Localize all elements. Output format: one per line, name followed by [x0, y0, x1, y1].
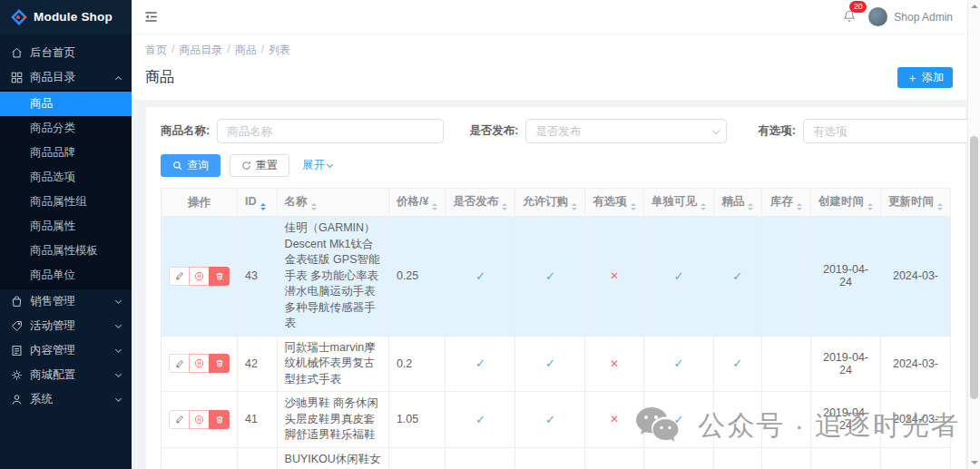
sidebar-item-attribute-templates[interactable]: 商品属性模板: [0, 239, 132, 263]
pencil-icon: [175, 415, 184, 424]
edit-button[interactable]: [169, 410, 190, 429]
sidebar-item-attributes[interactable]: 商品属性: [0, 214, 132, 239]
column-header[interactable]: 库存: [761, 189, 810, 217]
sidebar-item-sales[interactable]: 销售管理: [0, 289, 132, 314]
published-cell: ✓: [446, 217, 515, 337]
sort-icon[interactable]: [701, 203, 706, 210]
check-icon: ✓: [475, 269, 485, 283]
catalog-submenu: 商品 商品分类 商品品牌 商品选项 商品属性组 商品属性 商品属性模板 商品单位: [0, 90, 132, 289]
sidebar-item-product-categories[interactable]: 商品分类: [0, 116, 132, 141]
column-header[interactable]: 是否发布: [446, 189, 515, 217]
table-row[interactable]: 42同款瑞士marvin摩纹机械怀表男复古型挂式手表0.2✓✓✕✓✓2019-0…: [162, 336, 951, 392]
scrollbar-thumb[interactable]: [970, 136, 978, 399]
avatar: [868, 7, 887, 26]
chevron-down-icon: [327, 161, 333, 167]
edit-button[interactable]: [169, 267, 190, 286]
sidebar-item-activities[interactable]: 活动管理: [0, 314, 132, 338]
sort-icon[interactable]: [797, 203, 802, 210]
updated-cell: 2024-03-: [880, 447, 950, 469]
app-logo[interactable]: Module Shop: [0, 0, 132, 34]
sidebar-item-product-brands[interactable]: 商品品牌: [0, 141, 132, 165]
scroll-down-arrow[interactable]: [971, 461, 978, 464]
sidebar-item-product-units[interactable]: 商品单位: [0, 263, 132, 288]
cross-icon: ✕: [610, 269, 619, 282]
id-cell: 40: [238, 447, 278, 469]
sort-icon[interactable]: [311, 203, 317, 210]
collapse-sidebar-button[interactable]: [144, 10, 158, 24]
table-body: 43佳明（GARMIN）Descent Mk1钛合金表链版 GPS智能手表 多功…: [162, 217, 951, 469]
table-row[interactable]: 40BUYIKOU休闲鞋女鞋小白鞋百搭韩版运动鞋女飞织跑鞋女单鞋基础2019新款…: [162, 447, 951, 469]
visible-cell: ✓: [643, 336, 713, 392]
stock-cell: [761, 392, 810, 448]
trash-icon: [215, 271, 224, 281]
top-header: 20 Shop Admin: [132, 0, 980, 34]
sidebar-item-dashboard[interactable]: 后台首页: [0, 41, 132, 65]
has-options-select[interactable]: [803, 119, 980, 143]
column-header[interactable]: 单独可见: [643, 189, 713, 217]
published-cell: ✓: [446, 392, 515, 448]
sort-icon[interactable]: [260, 203, 266, 210]
sidebar-item-content[interactable]: 内容管理: [0, 338, 132, 363]
expand-filters-link[interactable]: 展开: [302, 158, 332, 173]
breadcrumb-catalog[interactable]: 商品目录: [179, 43, 222, 58]
sidebar-item-config[interactable]: 商城配置: [0, 363, 132, 387]
header-right: 20 Shop Admin: [843, 7, 953, 26]
delete-button[interactable]: [209, 354, 230, 373]
sidebar-item-system[interactable]: 系统: [0, 387, 132, 412]
sort-icon[interactable]: [748, 203, 753, 210]
sidebar-item-catalog[interactable]: 商品目录: [0, 65, 132, 90]
id-cell: 43: [238, 217, 278, 337]
user-menu[interactable]: Shop Admin: [868, 7, 953, 26]
has-options-cell: ✕: [585, 336, 644, 392]
add-button[interactable]: ＋ 添加: [897, 67, 953, 88]
name-cell: 佳明（GARMIN）Descent Mk1钛合金表链版 GPS智能手表 多功能心…: [277, 217, 388, 337]
product-name-input[interactable]: [217, 119, 444, 143]
published-select[interactable]: [525, 119, 727, 143]
reset-button[interactable]: 重置: [230, 154, 289, 177]
orderable-cell: ✓: [515, 392, 585, 448]
disable-button[interactable]: [189, 410, 210, 429]
scroll-up-arrow[interactable]: [971, 5, 978, 8]
vertical-scrollbar[interactable]: [967, 0, 980, 469]
column-header[interactable]: 有选项: [585, 189, 644, 217]
sidebar-item-products[interactable]: 商品: [0, 92, 132, 116]
orderable-cell: ✓: [515, 336, 585, 392]
published-cell: ✓: [446, 447, 515, 469]
chevron-up-icon: [115, 75, 122, 82]
check-icon: ✓: [475, 413, 485, 426]
sort-icon[interactable]: [502, 203, 507, 210]
sort-icon[interactable]: [432, 203, 437, 210]
search-button[interactable]: 查询: [161, 154, 220, 177]
column-header[interactable]: 精品: [713, 189, 761, 217]
column-header[interactable]: 价格/¥: [388, 189, 445, 217]
table-row[interactable]: 41沙驰男鞋 商务休闲头层皮鞋男真皮套脚舒适男鞋乐福鞋1.05✓✓✕✓✓2019…: [162, 392, 951, 448]
table-row[interactable]: 43佳明（GARMIN）Descent Mk1钛合金表链版 GPS智能手表 多功…: [162, 217, 951, 337]
home-icon: [11, 47, 23, 59]
delete-button[interactable]: [209, 267, 230, 286]
column-header[interactable]: 创建时间: [810, 189, 880, 217]
column-header[interactable]: ID: [238, 189, 278, 217]
sort-icon[interactable]: [867, 203, 873, 210]
column-header[interactable]: 名称: [277, 189, 388, 217]
sidebar-item-product-options[interactable]: 商品选项: [0, 165, 132, 190]
breadcrumb-products[interactable]: 商品: [235, 43, 257, 58]
column-header[interactable]: 允许订购: [515, 189, 585, 217]
featured-cell: ✕: [713, 447, 761, 469]
breadcrumb-home[interactable]: 首页: [145, 43, 167, 58]
name-cell: 沙驰男鞋 商务休闲头层皮鞋男真皮套脚舒适男鞋乐福鞋: [277, 392, 388, 448]
sort-icon[interactable]: [937, 203, 943, 210]
operations-cell: [162, 392, 238, 448]
sort-icon[interactable]: [631, 203, 636, 210]
edit-button[interactable]: [169, 354, 190, 373]
column-header[interactable]: 更新时间: [880, 189, 950, 217]
disable-button[interactable]: [189, 354, 210, 373]
sort-icon[interactable]: [572, 203, 577, 210]
sidebar-menu: 后台首页 商品目录 商品 商品分类 商品品牌 商品选项 商品属性组 商品属性 商…: [0, 34, 132, 412]
orderable-cell: ✓: [515, 217, 585, 337]
pencil-icon: [175, 359, 184, 368]
disable-button[interactable]: [189, 267, 210, 286]
sidebar-item-attribute-groups[interactable]: 商品属性组: [0, 190, 132, 214]
chevron-down-icon: [115, 346, 122, 352]
notifications-button[interactable]: 20: [843, 9, 856, 25]
delete-button[interactable]: [209, 410, 230, 429]
